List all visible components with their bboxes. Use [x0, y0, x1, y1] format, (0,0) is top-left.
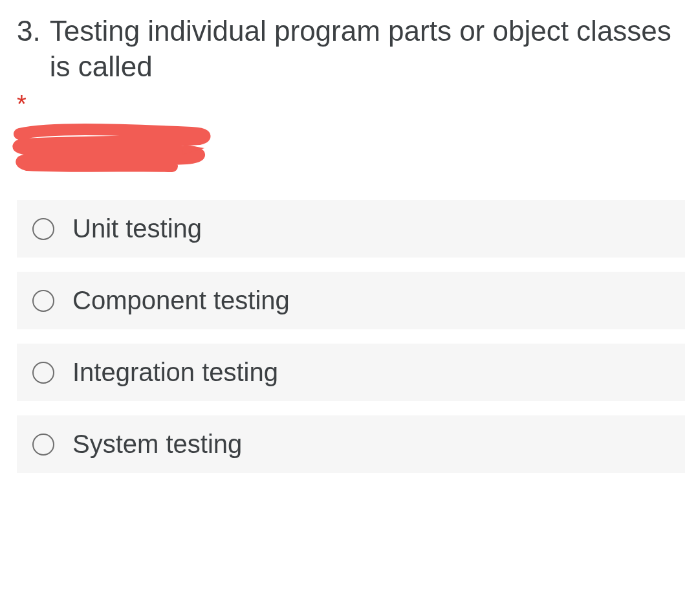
question-number: 3.: [17, 13, 50, 49]
question-container: 3. Testing individual program parts or o…: [0, 0, 698, 513]
radio-icon: [32, 434, 54, 456]
redaction-scribble: [10, 122, 685, 175]
option-system-testing[interactable]: System testing: [17, 415, 685, 473]
option-label: Integration testing: [72, 358, 278, 387]
option-label: System testing: [72, 430, 242, 459]
option-integration-testing[interactable]: Integration testing: [17, 344, 685, 401]
option-unit-testing[interactable]: Unit testing: [17, 200, 685, 258]
question-text: Testing individual program parts or obje…: [50, 13, 685, 84]
options-list: Unit testing Component testing Integrati…: [17, 200, 685, 473]
radio-icon: [32, 362, 54, 384]
radio-icon: [32, 290, 54, 312]
question-row: 3. Testing individual program parts or o…: [17, 13, 685, 84]
radio-icon: [32, 218, 54, 240]
option-label: Unit testing: [72, 214, 202, 243]
option-label: Component testing: [72, 286, 290, 315]
option-component-testing[interactable]: Component testing: [17, 272, 685, 329]
required-asterisk: *: [17, 91, 685, 118]
